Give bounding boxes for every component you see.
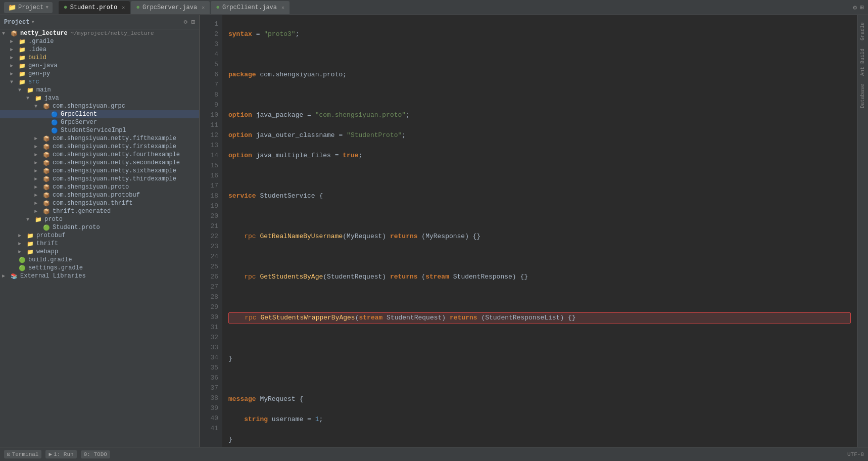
- gradle-tab[interactable]: Gradle: [858, 19, 867, 43]
- tree-item-third[interactable]: ► 📦 com.shengsiyuan.netty.thirdexample: [0, 175, 199, 183]
- gradle-settings-icon: 🟢: [18, 264, 26, 271]
- tree-item-src[interactable]: ▼ 📁 src: [0, 78, 199, 86]
- terminal-button[interactable]: ⊡ Terminal: [4, 450, 41, 458]
- tree-item-gen-java[interactable]: ► 📁 gen-java: [0, 62, 199, 70]
- netty-lecture-label: netty_lecture: [20, 30, 68, 37]
- folder-icon-gradle: 📁: [18, 38, 26, 45]
- grpc-pkg-label: com.shengsiyuan.grpc: [53, 103, 125, 110]
- project-path: ~/myproject/netty_lecture: [71, 30, 154, 36]
- arrow-second: ►: [34, 160, 42, 166]
- gradle-file-icon: 🟢: [18, 256, 26, 263]
- gear-icon[interactable]: ⚙: [184, 18, 187, 26]
- main-content: Project ▼ ⚙ ⊞ ▼ 📦 netty_lecture ~/myproj…: [0, 15, 868, 447]
- arrow-protobuf-dir: ►: [18, 233, 26, 239]
- tree-item-gen-py[interactable]: ► 📁 gen-py: [0, 70, 199, 78]
- tree-item-first[interactable]: ► 📦 com.shengsiyuan.netty.firstexample: [0, 143, 199, 151]
- java-class-icon-grpc-server: 🔵: [51, 119, 59, 126]
- tree-item-ext-libs[interactable]: ► 📚 External Libraries: [0, 272, 199, 280]
- tree-item-grpc-server[interactable]: ► 🔵 GrpcServer: [0, 118, 199, 126]
- tree-item-second[interactable]: ► 📦 com.shengsiyuan.netty.secondexample: [0, 159, 199, 167]
- arrow-java: ▼: [26, 96, 34, 101]
- folder-icon-webapp: 📁: [26, 248, 34, 255]
- code-content[interactable]: syntax = "proto3"; package com.shengsiyu…: [222, 15, 857, 447]
- header-dropdown: ▼: [31, 20, 34, 25]
- tree-item-protobuf-pkg[interactable]: ► 📦 com.shengsiyuan.protobuf: [0, 191, 199, 199]
- title-bar: 📁 Project ▼ ● Student.proto ✕ ● GrpcServ…: [0, 0, 868, 15]
- tree-item-build-gradle[interactable]: ► 🟢 build.gradle: [0, 256, 199, 264]
- build-label: build: [28, 54, 46, 61]
- line-14: [228, 292, 851, 302]
- tree-item-protobuf-dir[interactable]: ► 📁 protobuf: [0, 232, 199, 240]
- folder-icon-protobuf: 📁: [26, 232, 34, 239]
- line-15: rpc GetStudentsWrapperByAges(stream Stud…: [228, 312, 851, 324]
- ext-libs-label: External Libraries: [20, 272, 86, 280]
- tree-item-idea[interactable]: ► 📁 .idea: [0, 45, 199, 54]
- tree-item-netty-lecture[interactable]: ▼ 📦 netty_lecture ~/myproject/netty_lect…: [0, 29, 199, 37]
- settings-icon[interactable]: ⚙: [853, 4, 857, 12]
- editor-content[interactable]: 12345 678910 1112131415 1617181920 21222…: [200, 15, 857, 447]
- tree-item-gradle[interactable]: ► 📁 .gradle: [0, 37, 199, 45]
- tree-item-grpc-client[interactable]: ► 🔵 GrpcClient: [0, 110, 199, 118]
- tree-item-student-proto[interactable]: ► 🟢 Student.proto: [0, 223, 199, 232]
- tab-grpc-server[interactable]: ● GrpcServer.java ✕: [131, 1, 210, 14]
- line-21: }: [228, 435, 851, 445]
- tree-item-main[interactable]: ▼ 📁 main: [0, 86, 199, 94]
- arrow-gen-java: ►: [10, 63, 18, 69]
- tab-close-student[interactable]: ✕: [122, 5, 125, 11]
- tab-grpc-client[interactable]: ● GrpcClient.java ✕: [211, 1, 290, 14]
- line-numbers: 12345 678910 1112131415 1617181920 21222…: [200, 15, 222, 447]
- folder-icon-src: 📁: [18, 78, 26, 85]
- arrow-webapp: ►: [18, 249, 26, 255]
- line-17: }: [228, 354, 851, 364]
- tree-item-thrift-dir[interactable]: ► 📁 thrift: [0, 240, 199, 248]
- package-icon-protobuf: 📦: [42, 192, 51, 199]
- sidebar: Project ▼ ⚙ ⊞ ▼ 📦 netty_lecture ~/myproj…: [0, 15, 200, 447]
- tree-item-thrift-pkg[interactable]: ► 📦 com.shengsiyuan.thrift: [0, 199, 199, 207]
- tab-close-grpcserver[interactable]: ✕: [202, 5, 205, 11]
- line-8: [228, 171, 851, 181]
- expand-icon[interactable]: ⊞: [191, 18, 195, 26]
- run-button[interactable]: ▶ 1: Run: [45, 450, 76, 458]
- todo-button[interactable]: 0: TODO: [81, 450, 110, 458]
- tree-item-proto-pkg[interactable]: ► 📦 com.shengsiyuan.proto: [0, 183, 199, 191]
- tree-item-webapp[interactable]: ► 📁 webapp: [0, 248, 199, 256]
- line-16: [228, 334, 851, 344]
- arrow-ext-libs: ►: [2, 273, 10, 279]
- project-selector[interactable]: 📁 Project ▼: [4, 2, 53, 13]
- package-icon-first: 📦: [42, 143, 51, 150]
- tree-item-thrift-generated[interactable]: ► 📦 thrift.generated: [0, 207, 199, 215]
- tree-item-fifth[interactable]: ► 📦 com.shengsiyuan.netty.fifthexample: [0, 134, 199, 143]
- bottom-bar: ⊡ Terminal ▶ 1: Run 0: TODO UTF-8: [0, 447, 868, 461]
- line-4: [228, 90, 851, 100]
- tree-item-grpc-pkg[interactable]: ▼ 📦 com.shengsiyuan.grpc: [0, 102, 199, 110]
- grpc-server-label: GrpcServer: [61, 119, 97, 126]
- second-label: com.shengsiyuan.netty.secondexample: [53, 159, 180, 166]
- arrow-gen-py: ►: [10, 71, 18, 77]
- database-tab[interactable]: Database: [858, 81, 867, 111]
- tab-student-proto[interactable]: ● Student.proto ✕: [59, 1, 130, 14]
- package-icon-sixth: 📦: [42, 167, 51, 174]
- ant-build-tab[interactable]: Ant Build: [858, 45, 867, 79]
- java-file-icon-2: ●: [216, 4, 220, 11]
- folder-icon-proto-dir: 📁: [34, 216, 42, 223]
- protobuf-dir-label: protobuf: [36, 232, 66, 239]
- tree-item-java[interactable]: ▼ 📁 java: [0, 94, 199, 102]
- tree-item-build[interactable]: ► 📁 build: [0, 54, 199, 62]
- terminal-label: Terminal: [12, 451, 39, 457]
- tree-item-proto-dir[interactable]: ▼ 📁 proto: [0, 215, 199, 223]
- tree-item-sixth[interactable]: ► 📦 com.shengsiyuan.netty.sixthexample: [0, 167, 199, 175]
- project-icon: 📁: [8, 4, 16, 12]
- todo-label: 0: TODO: [84, 451, 107, 457]
- tree-item-fourth[interactable]: ► 📦 com.shengsiyuan.netty.fourthexample: [0, 151, 199, 159]
- arrow-idea: ►: [10, 47, 18, 53]
- folder-icon-main: 📁: [26, 86, 34, 94]
- proto-pkg-label: com.shengsiyuan.proto: [53, 183, 129, 191]
- gradle-label: .gradle: [28, 38, 54, 45]
- tree-item-student-service-impl[interactable]: ► 🔵 StudentServiceImpl: [0, 126, 199, 134]
- grpc-client-label: GrpcClient: [61, 111, 97, 118]
- terminal-icon: ⊡: [7, 451, 11, 457]
- java-label: java: [44, 95, 59, 102]
- split-icon[interactable]: ⊞: [860, 4, 864, 12]
- tree-item-settings-gradle[interactable]: ► 🟢 settings.gradle: [0, 264, 199, 272]
- tab-close-grpcclient[interactable]: ✕: [281, 5, 284, 11]
